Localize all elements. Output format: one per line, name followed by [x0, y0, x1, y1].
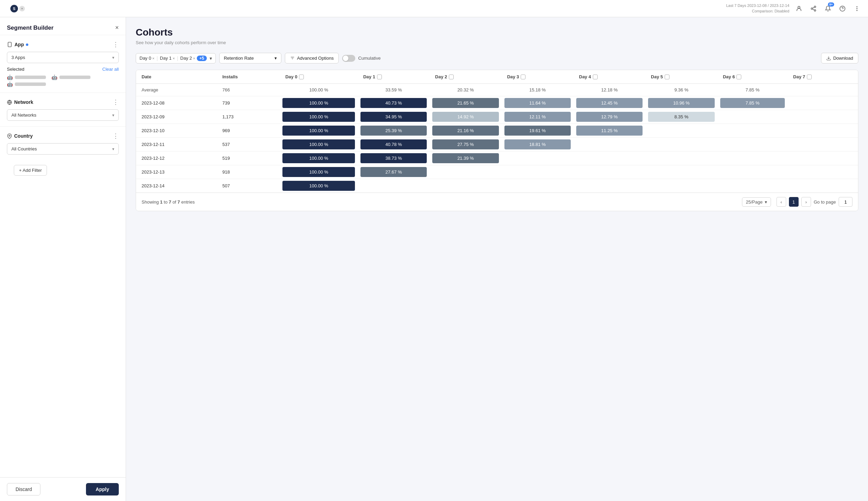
cell-empty-4-7: [788, 151, 858, 165]
day5-checkbox[interactable]: [665, 75, 669, 79]
avg-row: Average766100.00 %33.59 %20.32 %15.18 %1…: [136, 84, 858, 96]
selected-apps: 🤖 🤖 🤖: [7, 75, 119, 87]
svg-point-1: [814, 6, 816, 8]
country-section-title: Country: [7, 133, 33, 139]
discard-button[interactable]: Discard: [7, 483, 40, 495]
th-day2: Day 2: [430, 70, 501, 84]
row-date-0: 2023-12-08: [136, 96, 217, 110]
day6-checkbox[interactable]: [736, 75, 741, 79]
app-android-icon-3: 🤖: [7, 81, 13, 87]
cell-6-0: 100.00 %: [280, 179, 358, 193]
table-row: 2023-12-11537 100.00 % 40.78 % 27.75 % 1…: [136, 138, 858, 151]
svg-line-4: [812, 9, 814, 10]
country-menu-icon[interactable]: ⋮: [113, 132, 119, 140]
row-installs-6: 507: [217, 179, 280, 193]
cell-empty-2-6: [717, 124, 788, 138]
app-dot: [26, 43, 28, 46]
notification-icon[interactable]: 9+: [823, 4, 833, 13]
svg-rect-11: [8, 42, 11, 47]
table-header-row: Date Installs Day 0 Day 1 Day 2 Day 3 Da…: [136, 70, 858, 84]
showing-text: Showing 1 to 7 of 7 entries: [142, 199, 195, 205]
avg-day-7: [788, 84, 858, 96]
app-dropdown[interactable]: 3 Apps ▾: [7, 52, 119, 63]
app-android-icon-2: 🤖: [51, 75, 57, 80]
avg-day-1: 33.59 %: [358, 84, 430, 96]
cell-1-2: 14.92 %: [430, 110, 501, 124]
help-icon[interactable]: [838, 4, 847, 13]
day-tag-0-close[interactable]: ×: [152, 56, 154, 60]
th-date: Date: [136, 70, 217, 84]
page-1-btn[interactable]: 1: [789, 197, 799, 207]
svg-point-8: [857, 7, 857, 7]
row-date-1: 2023-12-09: [136, 110, 217, 124]
svg-point-15: [9, 135, 10, 136]
network-menu-icon[interactable]: ⋮: [113, 98, 119, 106]
country-section: Country ⋮ All Countries ▾: [0, 126, 126, 160]
pagination: ‹ 1 › Go to page: [777, 197, 852, 207]
metric-select[interactable]: Retention Rate ▾: [219, 53, 281, 63]
row-installs-4: 519: [217, 151, 280, 165]
app-menu-icon[interactable]: ⋮: [113, 41, 119, 48]
cell-empty-3-7: [788, 138, 858, 151]
country-dropdown[interactable]: All Countries ▾: [7, 143, 119, 155]
th-installs: Installs: [217, 70, 280, 84]
network-icon: [7, 100, 12, 105]
day-tag-more[interactable]: +5: [197, 56, 207, 61]
cell-0-6: 7.85 %: [717, 96, 788, 110]
network-dropdown[interactable]: All Networks ▾: [7, 109, 119, 121]
download-btn[interactable]: Download: [821, 53, 858, 63]
more-icon[interactable]: [852, 4, 862, 13]
svg-point-2: [811, 8, 813, 9]
day1-checkbox[interactable]: [377, 75, 382, 79]
table-row: 2023-12-091,173 100.00 % 34.95 % 14.92 %…: [136, 110, 858, 124]
prev-page-btn[interactable]: ‹: [777, 197, 786, 207]
user-icon[interactable]: [794, 4, 804, 13]
goto-input[interactable]: [839, 197, 852, 207]
app-android-icon: 🤖: [7, 75, 13, 80]
notif-badge: 9+: [828, 2, 834, 7]
day-tag-2-close[interactable]: ×: [193, 56, 195, 60]
cell-1-3: 12.11 %: [502, 110, 573, 124]
apply-button[interactable]: Apply: [86, 483, 119, 495]
cumulative-label: Cumulative: [358, 56, 380, 61]
day-tags: Day 0 × | Day 1 × | Day 2 × +5 ▾: [136, 53, 216, 63]
app-section: App ⋮ 3 Apps ▾ Selected Clear all 🤖 🤖: [0, 35, 126, 92]
next-page-btn[interactable]: ›: [801, 197, 811, 207]
day-tag-1-close[interactable]: ×: [173, 56, 175, 60]
topbar: S × Last 7 Days 2023-12-08 / 2023-12-14 …: [0, 0, 868, 17]
svg-point-10: [857, 10, 857, 11]
row-date-6: 2023-12-14: [136, 179, 217, 193]
cell-0-4: 12.45 %: [573, 96, 645, 110]
day0-checkbox[interactable]: [299, 75, 304, 79]
cell-0-2: 21.65 %: [430, 96, 501, 110]
day7-checkbox[interactable]: [807, 75, 812, 79]
day2-checkbox[interactable]: [449, 75, 454, 79]
cell-empty-1-7: [788, 110, 858, 124]
day-tag-1: Day 1 ×: [160, 56, 175, 61]
cell-1-4: 12.79 %: [573, 110, 645, 124]
network-section-title: Network: [7, 99, 33, 105]
share-icon[interactable]: [809, 4, 818, 13]
cumulative-toggle: Cumulative: [342, 55, 380, 62]
table-footer: Showing 1 to 7 of 7 entries 25/Page ▾ ‹ …: [136, 193, 858, 211]
page-title: Cohorts: [136, 27, 858, 38]
row-date-5: 2023-12-13: [136, 165, 217, 179]
per-page-select[interactable]: 25/Page ▾: [742, 197, 771, 207]
days-chevron-icon[interactable]: ▾: [210, 56, 212, 61]
cell-0-1: 40.73 %: [358, 96, 430, 110]
sidebar-close-btn[interactable]: ×: [115, 24, 119, 31]
segment-close[interactable]: ×: [19, 6, 25, 11]
day4-checkbox[interactable]: [593, 75, 598, 79]
cell-empty-5-5: [645, 165, 717, 179]
cell-empty-6-3: [502, 179, 573, 193]
clear-all-btn[interactable]: Clear all: [102, 67, 119, 72]
avg-date: Average: [136, 84, 217, 96]
day3-checkbox[interactable]: [521, 75, 525, 79]
advanced-options-btn[interactable]: Advanced Options: [285, 53, 339, 63]
cumulative-toggle-track[interactable]: [342, 55, 355, 62]
avg-day-4: 12.18 %: [573, 84, 645, 96]
mobile-icon: [7, 42, 12, 47]
cell-empty-6-6: [717, 179, 788, 193]
per-page-chevron-icon: ▾: [765, 199, 767, 205]
add-filter-btn[interactable]: + Add Filter: [14, 165, 47, 176]
